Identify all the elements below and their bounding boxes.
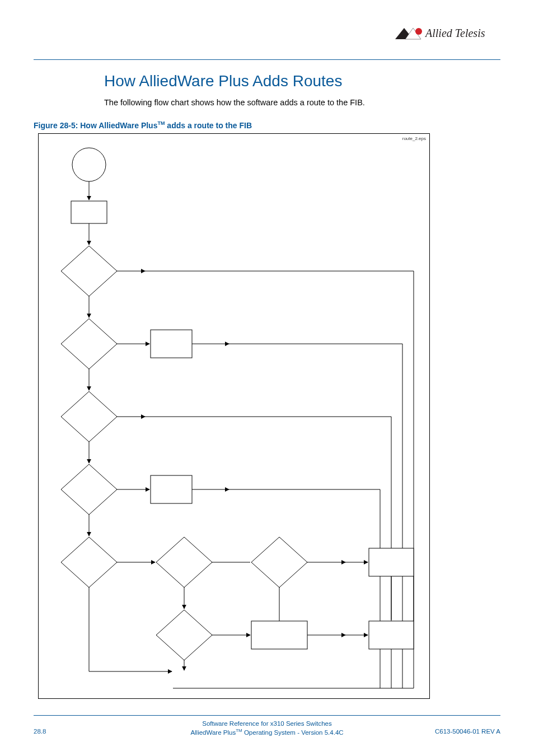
section-title: How AlliedWare Plus Adds Routes [104, 72, 500, 90]
node-d8 [156, 610, 212, 660]
node-d7 [251, 537, 307, 587]
footer-center-b: Operating System - Version 5.4.4C [242, 729, 344, 736]
brand-text: Allied Telesis [424, 27, 485, 39]
footer-rule [34, 715, 500, 716]
brand-logo: Allied Telesis [394, 25, 500, 45]
node-p1 [71, 201, 107, 223]
node-d5 [61, 537, 117, 587]
flowchart-svg [39, 134, 430, 699]
eps-filename-label: route_2.eps [402, 136, 426, 141]
figure-container: route_2.eps [38, 133, 430, 699]
node-start [72, 148, 106, 181]
node-p6 [369, 548, 414, 576]
node-p2 [151, 330, 192, 358]
footer-revision: C613-50046-01 REV A [435, 728, 500, 735]
node-d1 [61, 246, 117, 296]
footer: Software Reference for x310 Series Switc… [34, 715, 500, 737]
page-header: Allied Telesis [34, 30, 500, 55]
figure-caption-tm: TM [157, 120, 165, 126]
node-p4 [151, 475, 192, 503]
node-p6b [369, 621, 414, 649]
svg-point-2 [415, 28, 422, 35]
footer-center-tm: TM [236, 728, 242, 733]
node-d6 [156, 537, 212, 587]
header-rule [34, 59, 500, 60]
footer-title: Software Reference for x310 Series Switc… [34, 720, 500, 727]
node-d3 [61, 391, 117, 442]
figure-caption-suffix: adds a route to the FIB [165, 121, 252, 130]
intro-paragraph: The following flow chart shows how the s… [104, 98, 500, 107]
figure-caption: Figure 28-5: How AlliedWare PlusTM adds … [34, 120, 500, 130]
node-p5 [251, 621, 307, 649]
footer-center-a: AlliedWare Plus [190, 729, 236, 736]
node-d4 [61, 464, 117, 515]
footer-center: AlliedWare PlusTM Operating System - Ver… [34, 728, 500, 736]
node-d2 [61, 319, 117, 369]
figure-caption-prefix: Figure 28-5: How AlliedWare Plus [34, 121, 157, 130]
